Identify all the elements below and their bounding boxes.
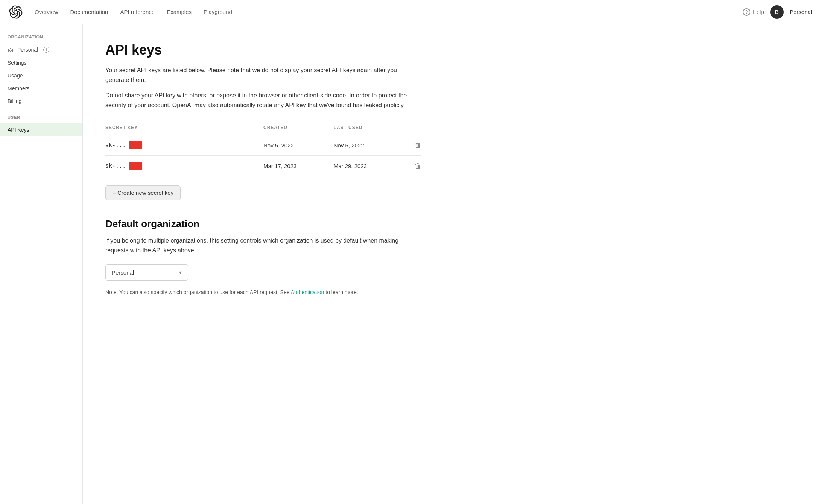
sidebar-usage-label: Usage xyxy=(8,73,23,79)
default-org-desc: If you belong to multiple organizations,… xyxy=(105,236,421,255)
key-cell-1: sk-... xyxy=(105,135,263,156)
sidebar-user-label: USER xyxy=(0,115,82,123)
authentication-link[interactable]: Authentication xyxy=(291,289,324,295)
nav-examples[interactable]: Examples xyxy=(167,9,192,15)
created-cell-1: Nov 5, 2022 xyxy=(263,135,334,156)
key-redact-1 xyxy=(129,141,142,149)
key-cell-2: sk-... xyxy=(105,156,263,176)
lastused-cell-1: Nov 5, 2022 xyxy=(334,135,404,156)
table-row: sk-... Nov 5, 2022 Nov 5, 2022 🗑 xyxy=(105,135,421,156)
org-select-value: Personal xyxy=(112,269,134,276)
note-text: Note: You can also specify which organiz… xyxy=(105,288,421,296)
info-icon[interactable]: i xyxy=(43,47,49,53)
user-avatar[interactable]: B xyxy=(770,5,784,19)
key-redact-2 xyxy=(129,162,142,170)
chevron-down-icon: ▾ xyxy=(179,269,182,275)
delete-key-2-button[interactable]: 🗑 xyxy=(415,162,421,170)
col-secret-key: SECRET KEY xyxy=(105,122,263,135)
key-text-2: sk-... xyxy=(105,162,126,169)
delete-key-1-button[interactable]: 🗑 xyxy=(415,141,421,149)
action-cell-2: 🗑 xyxy=(404,156,421,176)
nav-api-reference[interactable]: API reference xyxy=(120,9,155,15)
topnav-right: ? Help B Personal xyxy=(743,5,812,19)
layout: ORGANIZATION 🗂 Personal i Settings Usage… xyxy=(0,24,821,504)
api-keys-table: SECRET KEY CREATED LAST USED sk-... Nov … xyxy=(105,122,421,176)
lastused-cell-2: Mar 29, 2023 xyxy=(334,156,404,176)
sidebar-api-keys-label: API Keys xyxy=(8,127,29,133)
created-cell-2: Mar 17, 2023 xyxy=(263,156,334,176)
help-label: Help xyxy=(753,9,764,15)
page-desc-2: Do not share your API key with others, o… xyxy=(105,91,421,110)
sidebar-billing-label: Billing xyxy=(8,98,21,104)
help-icon: ? xyxy=(743,8,750,16)
col-action xyxy=(404,122,421,135)
sidebar-settings-label: Settings xyxy=(8,60,27,66)
sidebar: ORGANIZATION 🗂 Personal i Settings Usage… xyxy=(0,24,83,504)
sidebar-item-settings[interactable]: Settings xyxy=(0,56,82,69)
sidebar-members-label: Members xyxy=(8,85,29,91)
col-last-used: LAST USED xyxy=(334,122,404,135)
sidebar-personal-label: Personal xyxy=(17,47,38,53)
topnav-links: Overview Documentation API reference Exa… xyxy=(35,9,743,15)
logo[interactable] xyxy=(9,5,23,19)
sidebar-item-api-keys[interactable]: API Keys xyxy=(0,123,82,136)
page-title: API keys xyxy=(105,42,421,58)
help-button[interactable]: ? Help xyxy=(743,8,764,16)
sidebar-item-personal[interactable]: 🗂 Personal i xyxy=(0,43,82,56)
org-select-dropdown[interactable]: Personal ▾ xyxy=(105,264,188,281)
table-row: sk-... Mar 17, 2023 Mar 29, 2023 🗑 xyxy=(105,156,421,176)
create-new-secret-key-button[interactable]: + Create new secret key xyxy=(105,185,181,200)
col-created: CREATED xyxy=(263,122,334,135)
nav-overview[interactable]: Overview xyxy=(35,9,58,15)
nav-documentation[interactable]: Documentation xyxy=(70,9,108,15)
sidebar-section-gap xyxy=(0,108,82,115)
topnav: Overview Documentation API reference Exa… xyxy=(0,0,821,24)
sidebar-item-billing[interactable]: Billing xyxy=(0,95,82,108)
nav-playground[interactable]: Playground xyxy=(204,9,232,15)
sidebar-item-members[interactable]: Members xyxy=(0,82,82,95)
key-text-1: sk-... xyxy=(105,142,126,149)
action-cell-1: 🗑 xyxy=(404,135,421,156)
default-org-title: Default organization xyxy=(105,218,421,230)
briefcase-icon: 🗂 xyxy=(8,46,14,53)
main-content: API keys Your secret API keys are listed… xyxy=(83,24,444,504)
key-value-2: sk-... xyxy=(105,162,263,170)
sidebar-item-usage[interactable]: Usage xyxy=(0,69,82,82)
key-value-1: sk-... xyxy=(105,141,263,149)
sidebar-org-label: ORGANIZATION xyxy=(0,35,82,43)
page-desc-1: Your secret API keys are listed below. P… xyxy=(105,65,421,85)
user-name[interactable]: Personal xyxy=(790,9,812,15)
